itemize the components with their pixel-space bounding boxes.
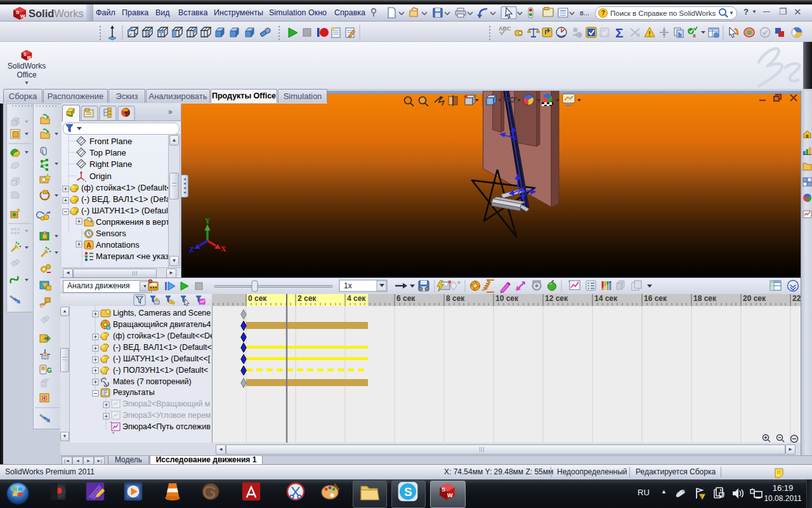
svg-text:A: A — [86, 241, 91, 249]
svg-text:?: ? — [601, 10, 605, 17]
svg-text:x: x — [112, 431, 114, 434]
svg-text:Вращающийся двигатель4: Вращающийся двигатель4 — [113, 320, 211, 329]
svg-text:6 сек: 6 сек — [396, 294, 416, 303]
svg-text:W: W — [20, 13, 25, 19]
svg-text:Эпюра3<Угловое перем: Эпюра3<Угловое перем — [122, 411, 211, 420]
svg-text:!: ! — [701, 495, 702, 499]
svg-text:S: S — [404, 485, 412, 498]
svg-text:Right Plane: Right Plane — [89, 159, 132, 169]
svg-text:G: G — [47, 367, 52, 374]
svg-text:S: S — [442, 486, 445, 493]
svg-text:(-) ШАТУН1<1> (Default: (-) ШАТУН1<1> (Default — [81, 206, 171, 215]
svg-text:(-) ВЕД. ВАЛ1<1> (Default<: (-) ВЕД. ВАЛ1<1> (Default< — [113, 343, 212, 352]
svg-text:x: x — [693, 32, 696, 39]
svg-text:Sensors: Sensors — [96, 229, 126, 238]
svg-text:Mates (7 повторений): Mates (7 повторений) — [113, 377, 192, 386]
svg-text:Σ: Σ — [615, 25, 624, 40]
svg-text:Annotations: Annotations — [96, 240, 140, 250]
svg-text:10 сек: 10 сек — [495, 294, 519, 303]
svg-text:8 сек: 8 сек — [446, 294, 465, 303]
svg-text:0 сек: 0 сек — [248, 294, 267, 303]
svg-text:!: ! — [648, 30, 650, 37]
svg-text:(-) ПОЛЗУН1<1> (Default<: (-) ПОЛЗУН1<1> (Default< — [113, 366, 208, 375]
svg-text:18 сек: 18 сек — [693, 294, 717, 303]
svg-text:4 сек: 4 сек — [347, 294, 366, 303]
svg-text:S: S — [23, 52, 27, 57]
svg-text:Lights, Cameras and Scene: Lights, Cameras and Scene — [113, 309, 211, 318]
svg-text:Сопряжения в верти: Сопряжения в верти — [96, 217, 174, 227]
svg-text:1x: 1x — [344, 281, 352, 290]
svg-text:Эпюра2<Вращающий м: Эпюра2<Вращающий м — [122, 399, 210, 408]
svg-text:2 сек: 2 сек — [298, 294, 317, 303]
svg-text:(ф) стойка<1> (Default<: (ф) стойка<1> (Default< — [81, 183, 171, 192]
svg-text:X: X — [221, 244, 226, 253]
svg-text:12 сек: 12 сек — [545, 294, 568, 303]
svg-text:Эпюра4<Путь отслежив: Эпюра4<Путь отслежив — [122, 422, 211, 431]
svg-text:16 сек: 16 сек — [644, 294, 667, 303]
svg-text:Top Plane: Top Plane — [89, 148, 126, 157]
svg-text:Результаты: Результаты — [113, 388, 155, 397]
svg-text:Z: Z — [189, 245, 194, 254]
svg-text:(-) ВЕД. ВАЛ1<1> (Defa: (-) ВЕД. ВАЛ1<1> (Defa — [81, 194, 171, 204]
svg-text:W: W — [447, 492, 453, 498]
svg-text:14 сек: 14 сек — [594, 294, 618, 303]
svg-text:Origin: Origin — [89, 171, 112, 181]
svg-text:Y: Y — [205, 217, 211, 225]
svg-text:(ф) стойка<1> (Default<<De: (ф) стойка<1> (Default<<De — [113, 331, 213, 340]
svg-text:Материал <не указа: Материал <не указа — [96, 251, 174, 261]
svg-text:Front Plane: Front Plane — [89, 137, 132, 146]
svg-text:в...: в... — [580, 9, 589, 17]
svg-text:b: b — [678, 32, 682, 38]
svg-text:(-) ШАТУН1<1> (Default<<[: (-) ШАТУН1<1> (Default<<[ — [113, 354, 211, 363]
svg-text:»: » — [168, 107, 173, 116]
svg-text:22: 22 — [792, 294, 801, 303]
svg-text:20 сек: 20 сек — [743, 294, 766, 303]
svg-text:W: W — [27, 55, 32, 60]
svg-text:S: S — [16, 10, 20, 15]
